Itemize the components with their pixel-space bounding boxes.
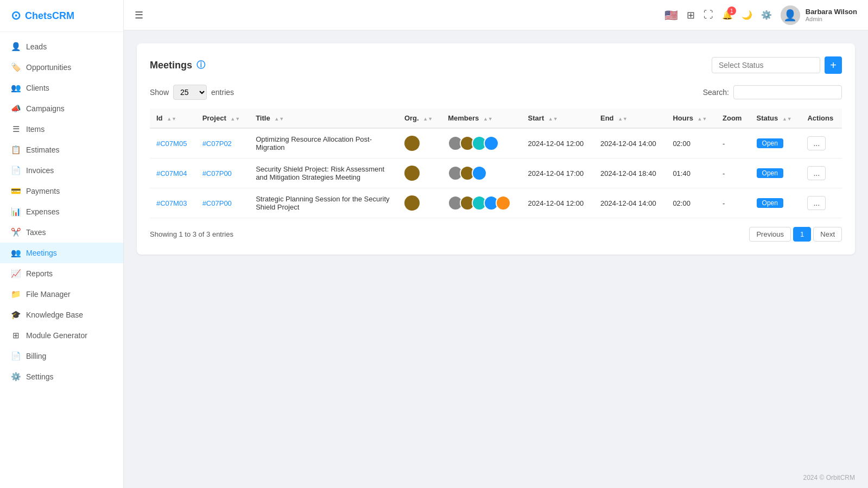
col-project[interactable]: Project ▲▼ [196, 109, 249, 128]
sidebar-item-meetings[interactable]: 👥 Meetings [0, 243, 123, 263]
page-content: Meetings ⓘ + Show 10 25 50 100 [124, 30, 868, 467]
sidebar-item-estimates[interactable]: 📋 Estimates [0, 140, 123, 160]
table-controls: Show 10 25 50 100 entries Search: [150, 85, 842, 100]
sidebar-item-label: Billing [26, 352, 46, 360]
opportunities-icon: 🏷️ [11, 62, 21, 72]
meetings-icon: 👥 [11, 248, 21, 258]
sidebar-item-clients[interactable]: 👥 Clients [0, 78, 123, 98]
actions-button[interactable]: ... [807, 196, 826, 210]
col-start[interactable]: Start ▲▼ [522, 109, 594, 128]
project-link[interactable]: #C07P00 [202, 169, 232, 178]
fullscreen-icon[interactable]: ⛶ [704, 9, 713, 21]
col-id[interactable]: Id ▲▼ [150, 109, 196, 128]
sidebar-item-opportunities[interactable]: 🏷️ Opportunities [0, 57, 123, 78]
sidebar-item-file-manager[interactable]: 📁 File Manager [0, 284, 123, 305]
cell-start: 2024-12-04 12:00 [522, 188, 594, 218]
sidebar-item-label: Opportunities [26, 63, 71, 72]
sidebar-item-taxes[interactable]: ✂️ Taxes [0, 222, 123, 243]
search-input[interactable] [733, 85, 842, 99]
sidebar-item-expenses[interactable]: 📊 Expenses [0, 201, 123, 222]
table-row: #C07M04 #C07P00 Security Shield Project:… [150, 159, 842, 188]
notification-badge: 1 [727, 7, 736, 15]
darkmode-icon[interactable]: 🌙 [742, 10, 752, 20]
sidebar-item-label: Invoices [26, 166, 54, 175]
cell-members [441, 188, 521, 218]
actions-button[interactable]: ... [807, 136, 826, 150]
sort-icon: ▲▼ [274, 116, 284, 122]
main-area: ☰ 🇺🇸 ⊞ ⛶ 🔔 1 🌙 ⚙️ 👤 Barbara Wilson Admin [124, 0, 868, 488]
sidebar-item-leads[interactable]: 👤 Leads [0, 36, 123, 57]
cell-hours: 02:00 [666, 188, 716, 218]
cell-hours: 02:00 [666, 128, 716, 159]
status-badge: Open [757, 198, 783, 208]
invoices-icon: 📄 [11, 166, 21, 175]
header: ☰ 🇺🇸 ⊞ ⛶ 🔔 1 🌙 ⚙️ 👤 Barbara Wilson Admin [124, 0, 868, 30]
project-link[interactable]: #C07P02 [202, 140, 232, 148]
cell-title: Strategic Planning Session for the Secur… [249, 188, 398, 218]
sidebar-item-invoices[interactable]: 📄 Invoices [0, 160, 123, 181]
project-link[interactable]: #C07P00 [202, 199, 232, 207]
add-meeting-button[interactable]: + [825, 56, 842, 74]
entries-info: Showing 1 to 3 of 3 entries [150, 230, 233, 238]
footer-text: 2024 © OrbitCRM [803, 474, 855, 481]
sidebar-nav: 👤 Leads 🏷️ Opportunities 👥 Clients 📣 Cam… [0, 32, 123, 488]
show-entries: Show 10 25 50 100 entries [150, 85, 234, 100]
leads-icon: 👤 [11, 42, 21, 52]
user-profile[interactable]: 👤 Barbara Wilson Admin [781, 5, 857, 25]
grid-icon[interactable]: ⊞ [687, 9, 695, 21]
info-icon[interactable]: ⓘ [197, 60, 205, 71]
sidebar-item-label: Reports [26, 269, 53, 278]
page-1-button[interactable]: 1 [793, 227, 811, 242]
col-hours[interactable]: Hours ▲▼ [666, 109, 716, 128]
card-header: Meetings ⓘ + [150, 56, 842, 74]
user-info: Barbara Wilson Admin [806, 8, 857, 22]
notification-icon[interactable]: 🔔 1 [722, 10, 733, 20]
flag-icon[interactable]: 🇺🇸 [664, 9, 678, 22]
sidebar-item-items[interactable]: ☰ Items [0, 119, 123, 140]
sidebar-item-reports[interactable]: 📈 Reports [0, 263, 123, 284]
entries-select[interactable]: 10 25 50 100 [173, 85, 207, 100]
col-title[interactable]: Title ▲▼ [249, 109, 398, 128]
sidebar-item-label: File Manager [26, 290, 71, 299]
logo[interactable]: ⊙ ChetsCRM [0, 0, 123, 32]
sidebar-item-label: Campaigns [26, 104, 65, 113]
next-button[interactable]: Next [813, 227, 842, 242]
cell-id: #C07M05 [150, 128, 196, 159]
settings-nav-icon: ⚙️ [11, 372, 21, 382]
meeting-id-link[interactable]: #C07M04 [156, 169, 187, 178]
col-status[interactable]: Status ▲▼ [750, 109, 801, 128]
campaigns-icon: 📣 [11, 104, 21, 113]
meeting-id-link[interactable]: #C07M05 [156, 140, 187, 148]
knowledge-base-icon: 🎓 [11, 310, 21, 320]
module-generator-icon: ⊞ [11, 331, 21, 340]
sidebar-item-label: Items [26, 125, 45, 134]
actions-button[interactable]: ... [807, 166, 826, 180]
estimates-icon: 📋 [11, 145, 21, 155]
sidebar-item-label: Settings [26, 372, 54, 381]
col-org[interactable]: Org. ▲▼ [398, 109, 441, 128]
sidebar-item-module-generator[interactable]: ⊞ Module Generator [0, 325, 123, 346]
sidebar-item-billing[interactable]: 📄 Billing [0, 346, 123, 366]
cell-start: 2024-12-04 17:00 [522, 159, 594, 188]
sidebar-item-payments[interactable]: 💳 Payments [0, 181, 123, 201]
cell-zoom: - [716, 188, 750, 218]
sidebar-item-label: Knowledge Base [26, 310, 83, 319]
col-members[interactable]: Members ▲▼ [441, 109, 521, 128]
settings-header-icon[interactable]: ⚙️ [761, 10, 772, 20]
reports-icon: 📈 [11, 269, 21, 278]
sidebar-item-campaigns[interactable]: 📣 Campaigns [0, 98, 123, 119]
card-title: Meetings ⓘ [150, 60, 205, 71]
cell-project: #C07P00 [196, 188, 249, 218]
sidebar-item-knowledge-base[interactable]: 🎓 Knowledge Base [0, 305, 123, 325]
hamburger-button[interactable]: ☰ [135, 9, 143, 21]
cell-end: 2024-12-04 14:00 [594, 188, 666, 218]
cell-members [441, 128, 521, 159]
col-end[interactable]: End ▲▼ [594, 109, 666, 128]
meetings-table: Id ▲▼ Project ▲▼ Title ▲▼ Org. ▲▼ Member… [150, 109, 842, 218]
status-select[interactable] [712, 57, 820, 73]
meeting-id-link[interactable]: #C07M03 [156, 199, 187, 207]
sidebar-item-settings[interactable]: ⚙️ Settings [0, 366, 123, 387]
previous-button[interactable]: Previous [749, 227, 791, 242]
cell-id: #C07M04 [150, 159, 196, 188]
search-box: Search: [703, 85, 842, 99]
